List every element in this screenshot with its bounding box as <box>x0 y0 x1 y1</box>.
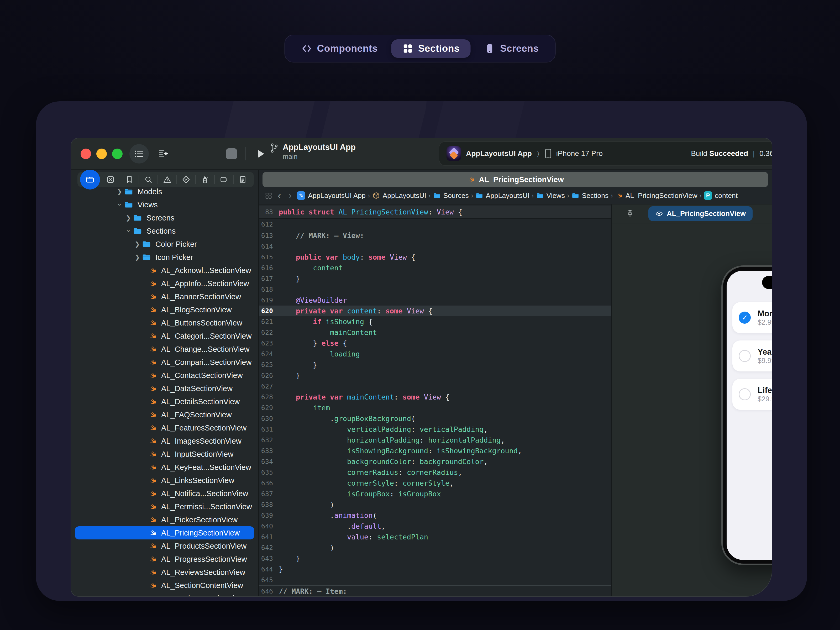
file-tree-row[interactable]: AL_ButtonsSectionView <box>71 316 258 330</box>
code-line: 639 .animation( <box>259 510 611 521</box>
run-destination[interactable]: iPhone 17 Pro <box>556 149 603 158</box>
preview-target-pill[interactable]: AL_PricingSectionView <box>648 206 753 221</box>
pricing-plan-row-lifetime[interactable]: Lifetime$29.99 / Lifetime <box>733 379 772 410</box>
file-tree-row[interactable]: AL_AppInfo...SectionView <box>71 277 258 290</box>
window-titlebar: AppLayoutsUI App main AppLayoutsUI App 〉… <box>71 138 772 170</box>
disclosure-closed-icon[interactable]: ❯ <box>115 188 124 195</box>
file-tree-row[interactable]: AL_LinksSectionView <box>71 474 258 487</box>
file-tree-row[interactable]: AL_ProgressSectionView <box>71 553 258 566</box>
source-control-icon[interactable] <box>102 172 119 187</box>
file-name: AL_ProgressSectionView <box>161 555 247 564</box>
tests-icon[interactable] <box>178 172 194 187</box>
disclosure-closed-icon[interactable]: ❯ <box>133 254 142 261</box>
radio-selected-icon[interactable]: ✓ <box>739 312 751 324</box>
file-tree-row[interactable]: AL_Notifica...SectionView <box>71 487 258 500</box>
line-number: 622 <box>259 328 279 336</box>
disclosure-closed-icon[interactable]: ❯ <box>133 240 142 248</box>
file-tree-row[interactable]: AL_ProductsSectionView <box>71 540 258 553</box>
debug-icon[interactable] <box>197 172 213 187</box>
code-line: 617 } <box>259 273 611 284</box>
swift-file-icon <box>147 554 159 564</box>
project-navigator-icon[interactable] <box>80 170 100 189</box>
code-text: @ViewBuilder <box>279 295 347 306</box>
bookmarks-icon[interactable] <box>121 172 138 187</box>
file-tree-row[interactable]: AL_Permissi...SectionView <box>71 500 258 513</box>
breadcrumb-item[interactable]: AppLayoutsUI <box>372 192 426 200</box>
view-mode-segmented-control: ComponentsSectionsScreens <box>284 35 556 63</box>
pricing-plan-row-monthly[interactable]: ✓Monthly$2.99 / Month <box>733 302 772 333</box>
pricing-plan-list: ✓Monthly$2.99 / MonthYearly$9.99 / YearL… <box>726 302 772 410</box>
file-tree-row[interactable]: AL_DataSectionView <box>71 382 258 395</box>
disclosure-open-icon[interactable]: ⌄ <box>115 200 124 207</box>
file-tree-row-selected[interactable]: AL_PricingSectionView <box>75 526 254 540</box>
file-tree-row[interactable]: ⌄Views <box>71 198 258 211</box>
file-tree-row[interactable]: ❯Icon Picker <box>71 251 258 264</box>
scheme-selector[interactable]: AppLayoutsUI App 〉 iPhone 17 Pro Build S… <box>439 141 772 166</box>
stop-button[interactable] <box>226 148 237 159</box>
build-status[interactable]: Build Succeeded | 0.369s <box>691 149 772 158</box>
file-tree-row[interactable]: AL_Compari...SectionView <box>71 356 258 369</box>
file-tree-row[interactable]: AL_Change...SectionView <box>71 343 258 356</box>
code-text: cornerStyle: cornerStyle, <box>279 478 454 488</box>
file-tree-row[interactable]: AL_KeyFeat...SectionView <box>71 461 258 474</box>
file-tree-row[interactable]: AL_BannerSectionView <box>71 290 258 303</box>
close-window-button[interactable] <box>81 148 91 159</box>
toggle-navigator-button[interactable] <box>129 144 149 164</box>
file-tree-row[interactable]: AL_Acknowl...SectionView <box>71 264 258 277</box>
reports-icon[interactable] <box>234 172 251 187</box>
breadcrumb-item[interactable]: AppLayoutsUI <box>475 192 529 200</box>
radio-unselected-icon[interactable] <box>739 350 751 362</box>
tab-components[interactable]: Components <box>291 39 389 58</box>
file-tree-row[interactable]: AL_BlogSectionView <box>71 303 258 316</box>
intelligence-button[interactable] <box>154 144 174 164</box>
find-icon[interactable] <box>140 172 157 187</box>
file-tree-row[interactable]: AL_PickerSectionView <box>71 513 258 526</box>
tab-sections[interactable]: Sections <box>392 39 471 58</box>
breadcrumb-item[interactable]: Pcontent <box>704 191 737 200</box>
go-forward-button[interactable]: › <box>286 191 294 201</box>
issues-icon[interactable] <box>159 172 175 187</box>
breadcrumb-item[interactable]: Sources <box>433 192 469 200</box>
navigator-tab-strip <box>77 172 254 187</box>
line-number: 632 <box>259 436 279 444</box>
breadcrumb-item[interactable]: Sections <box>572 192 609 200</box>
file-tree-row[interactable]: AL_SettingsSectionView <box>71 592 258 596</box>
code-editor[interactable]: 83public struct AL_PricingSectionView: V… <box>259 204 612 596</box>
breakpoints-icon[interactable] <box>216 172 232 187</box>
file-tree-row[interactable]: AL_FAQSectionView <box>71 408 258 421</box>
breadcrumb-item[interactable]: Views <box>536 192 565 200</box>
swift-file-icon <box>147 423 159 433</box>
file-tree-row[interactable]: AL_ImagesSectionView <box>71 434 258 448</box>
pin-icon[interactable] <box>625 209 635 218</box>
file-tree-row[interactable]: AL_SectionContentView <box>71 579 258 592</box>
file-tree-row[interactable]: AL_ContactSectionView <box>71 369 258 382</box>
zoom-window-button[interactable] <box>112 148 123 159</box>
file-tree-row[interactable]: ⌄Sections <box>71 224 258 238</box>
file-tree-row[interactable]: ❯Color Picker <box>71 238 258 251</box>
file-tree-row[interactable]: AL_ReviewsSectionView <box>71 566 258 579</box>
file-name: AL_ImagesSectionView <box>161 437 242 445</box>
go-back-button[interactable]: ‹ <box>276 191 283 201</box>
code-line: 642 ) <box>259 542 611 553</box>
file-tree-row[interactable]: AL_Categori...SectionView <box>71 330 258 343</box>
breadcrumb-separator: › <box>471 192 473 200</box>
breadcrumb-item[interactable]: ✎AppLayoutsUI App <box>297 191 366 200</box>
file-tree-row[interactable]: AL_FeaturesSectionView <box>71 421 258 434</box>
disclosure-closed-icon[interactable]: ❯ <box>124 214 133 221</box>
disclosure-open-icon[interactable]: ⌄ <box>124 226 133 234</box>
minimize-window-button[interactable] <box>96 148 107 159</box>
tab-screens[interactable]: Screens <box>473 39 550 58</box>
code-text: ) <box>279 499 334 510</box>
swift-file-icon <box>147 318 159 328</box>
pricing-plan-row-yearly[interactable]: Yearly$9.99 / Year <box>733 341 772 371</box>
file-name: AL_ButtonsSectionView <box>161 319 242 327</box>
editor-tab[interactable]: AL_PricingSectionView <box>262 172 768 187</box>
file-tree-row[interactable]: AL_InputSectionView <box>71 448 258 461</box>
file-tree-row[interactable]: ❯Screens <box>71 211 258 224</box>
file-tree-row[interactable]: AL_DetailsSectionView <box>71 395 258 408</box>
line-number: 633 <box>259 447 279 455</box>
radio-unselected-icon[interactable] <box>739 388 751 400</box>
breadcrumb-item[interactable]: AL_PricingSectionView <box>615 192 698 200</box>
code-line: 615 public var body: some View { <box>259 252 611 262</box>
run-button[interactable] <box>252 145 269 163</box>
